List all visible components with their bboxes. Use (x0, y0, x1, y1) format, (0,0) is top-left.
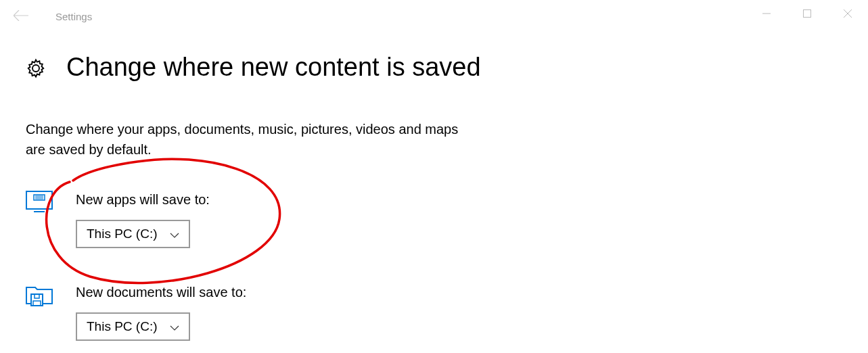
documents-label: New documents will save to: (76, 285, 246, 300)
documents-dropdown[interactable]: This PC (C:) (76, 312, 190, 341)
maximize-button[interactable] (787, 0, 827, 27)
gear-icon (26, 58, 46, 81)
page-header: Change where new content is saved (26, 53, 842, 82)
save-folder-icon (26, 283, 55, 309)
setting-documents: New documents will save to: This PC (C:) (26, 285, 842, 341)
apps-dropdown-value: This PC (C:) (87, 227, 158, 241)
window-controls (746, 0, 868, 27)
page-description: Change where your apps, documents, music… (26, 119, 472, 160)
apps-dropdown[interactable]: This PC (C:) (76, 220, 190, 248)
monitor-icon (26, 191, 55, 215)
page-title: Change where new content is saved (66, 53, 481, 82)
setting-apps: New apps will save to: This PC (C:) (26, 192, 842, 248)
window-title: Settings (55, 11, 92, 22)
titlebar: Settings (0, 0, 868, 32)
minimize-button[interactable] (746, 0, 787, 27)
svg-rect-0 (804, 10, 811, 18)
chevron-down-icon (170, 227, 179, 241)
documents-dropdown-value: This PC (C:) (87, 319, 158, 334)
apps-label: New apps will save to: (76, 192, 210, 208)
chevron-down-icon (170, 319, 179, 334)
close-button[interactable] (827, 0, 868, 27)
content-area: Change where new content is saved Change… (0, 32, 868, 341)
back-arrow-icon[interactable] (14, 9, 28, 24)
